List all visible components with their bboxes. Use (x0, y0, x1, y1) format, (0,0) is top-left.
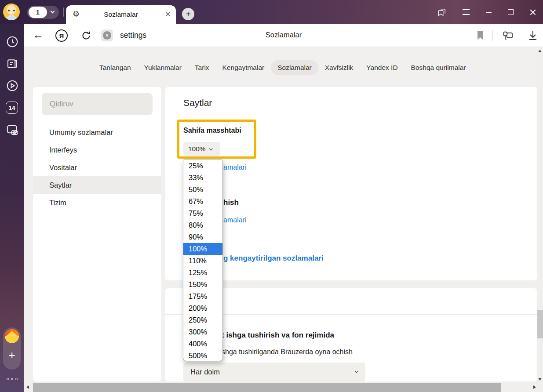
scroll-down-icon[interactable] (538, 378, 542, 381)
horizontal-scrollbar[interactable] (24, 383, 543, 392)
zoom-option[interactable]: 175% (183, 290, 222, 302)
refresh-icon[interactable] (81, 30, 91, 41)
bookmark-icon[interactable] (477, 31, 484, 40)
advanced-settings-link[interactable]: g kengaytirilgan sozlamalari (223, 254, 324, 263)
tab-boshqa-qurilmalar[interactable]: Boshqa qurilmalar (405, 60, 473, 75)
sidebar-item-interfeys[interactable]: Interfeys (33, 141, 161, 159)
profile-avatar[interactable] (3, 4, 20, 20)
zoom-option[interactable]: 110% (183, 255, 222, 267)
zoom-dropdown-list: 25% 33% 50% 67% 75% 80% 90% 100% 110% 12… (183, 160, 223, 361)
highlight-box: Sahifa masshtabi 100% (177, 120, 256, 159)
site-badge[interactable]: Y (101, 29, 113, 41)
more-dots-icon[interactable] (7, 378, 18, 380)
tab-yuklanmalar[interactable]: Yuklanmalar (138, 60, 188, 75)
zoom-option[interactable]: 150% (183, 279, 222, 290)
settings-nav: Tanlangan Yuklanmalar Tarix Kengaytmalar… (93, 60, 473, 76)
search-input[interactable] (42, 93, 153, 115)
widget-pill: + (3, 327, 21, 370)
heading-fragment-1: hish (223, 198, 239, 207)
back-icon[interactable]: ← (33, 29, 44, 41)
tab-kengaytmalar[interactable]: Kengaytmalar (216, 60, 271, 75)
maximize-icon[interactable] (508, 9, 514, 15)
sidebar-item-umumiy-sozlamalar[interactable]: Umumiy sozlamalar (33, 123, 161, 141)
address-text[interactable]: settings (120, 31, 146, 40)
side-rail: 14 + (0, 24, 24, 392)
extensions-icon[interactable] (502, 30, 514, 41)
sidebar-item-tizim[interactable]: Tizim (33, 194, 161, 211)
page-zoom-label: Sahifa masshtabi (183, 127, 241, 134)
zoom-option[interactable]: 90% (183, 231, 222, 243)
zoom-option[interactable]: 125% (183, 267, 222, 279)
zoom-option[interactable]: 300% (183, 326, 222, 338)
tab-xavfsizlik[interactable]: Xavfsizlik (318, 60, 360, 75)
chevron-down-icon (354, 369, 358, 373)
tab-sozlamalar[interactable]: Sozlamalar (271, 60, 318, 75)
menu-icon[interactable] (463, 9, 470, 15)
autostart-select-value: Har doim (190, 368, 220, 376)
history-clock-icon[interactable] (6, 35, 19, 48)
sidebar-item-saytlar[interactable]: Saytlar (33, 176, 161, 194)
horizontal-scroll-thumb[interactable] (33, 383, 501, 392)
zoom-option[interactable]: 67% (183, 196, 222, 207)
zoom-option[interactable]: 25% (183, 160, 222, 172)
zoom-option[interactable]: 200% (183, 302, 222, 314)
zoom-option[interactable]: 50% (183, 184, 222, 196)
autostart-desc-fragment: shga tushirilganda Brauzerda oyna ochish (222, 348, 353, 356)
tab-tarix[interactable]: Tarix (188, 60, 216, 75)
tab-group-pill[interactable]: 1 (27, 6, 59, 19)
close-window-icon[interactable] (530, 9, 536, 15)
zoom-option[interactable]: 500% (183, 350, 222, 361)
play-icon[interactable] (6, 79, 19, 92)
tab-separator (63, 7, 64, 17)
chevron-down-icon (209, 147, 212, 150)
toolbar-separator (492, 30, 493, 41)
yandex-logo[interactable]: Я (55, 29, 68, 42)
titlebar: 1 ⚙ Sozlamalar × + (0, 0, 543, 24)
link-fragment-2[interactable]: amalari (223, 216, 246, 224)
screenshot-icon[interactable] (6, 123, 19, 137)
tab-yandex-id[interactable]: Yandex ID (360, 60, 404, 75)
chevron-down-icon[interactable] (51, 9, 55, 14)
sidebar-item-vositalar[interactable]: Vositalar (33, 159, 161, 176)
browser-toolbar: ← Я Y settings Sozlamalar (24, 24, 543, 47)
divider (165, 117, 537, 117)
section-heading: Saytlar (183, 98, 212, 108)
tab-tanlangan[interactable]: Tanlangan (93, 60, 138, 75)
link-fragment-1[interactable]: amalari (223, 163, 246, 171)
zoom-option[interactable]: 250% (183, 314, 222, 326)
zoom-option[interactable]: 80% (183, 219, 222, 231)
zoom-option[interactable]: 400% (183, 338, 222, 350)
zoom-option[interactable]: 33% (183, 172, 222, 184)
zoom-option[interactable]: 75% (183, 207, 222, 219)
page-zoom-select[interactable]: 100% (183, 142, 220, 156)
vertical-scroll-thumb[interactable] (537, 310, 543, 338)
minimize-icon[interactable] (486, 12, 492, 13)
browser-tab-settings[interactable]: ⚙ Sozlamalar × (66, 5, 176, 24)
tab-group-count[interactable]: 1 (29, 7, 47, 18)
feed-icon[interactable] (6, 57, 19, 70)
search-box[interactable] (42, 93, 153, 115)
calendar-icon[interactable]: 14 (6, 102, 18, 114)
scroll-left-icon[interactable] (26, 385, 29, 389)
zoom-option-selected[interactable]: 100% (183, 243, 222, 255)
scroll-right-icon[interactable] (533, 385, 536, 389)
panels-icon[interactable] (437, 8, 446, 17)
new-tab-button[interactable]: + (182, 8, 194, 20)
download-icon[interactable] (528, 30, 538, 41)
vertical-scrollbar[interactable] (537, 47, 543, 383)
mail-icon[interactable] (5, 329, 19, 343)
autostart-heading-fragment: t ishga tushirish va fon rejimida (222, 331, 334, 340)
close-tab-icon[interactable]: × (165, 9, 171, 19)
page-zoom-value: 100% (188, 145, 206, 153)
add-icon[interactable]: + (3, 348, 21, 362)
scroll-up-icon[interactable] (538, 50, 542, 52)
autostart-select[interactable]: Har doim (183, 363, 365, 381)
settings-sidebar: Umumiy sozlamalar Interfeys Vositalar Sa… (33, 87, 161, 381)
tab-title: Sozlamalar (66, 11, 176, 18)
calendar-day: 14 (8, 105, 15, 111)
